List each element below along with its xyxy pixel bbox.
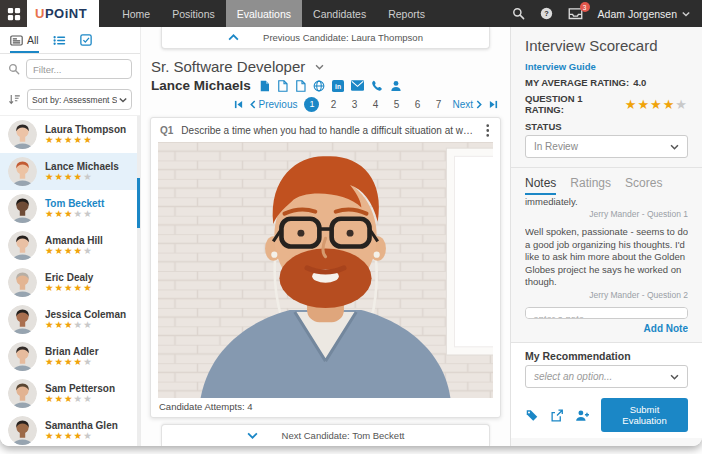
- interview-guide-link[interactable]: Interview Guide: [525, 61, 688, 72]
- recommendation-section: My Recommendation select an option... Su…: [511, 342, 702, 438]
- phone-icon[interactable]: [371, 80, 383, 92]
- star-filled-icon: ★: [650, 97, 663, 112]
- star-filled-icon: ★: [74, 171, 84, 182]
- candidate-rating: ★★★★★: [45, 135, 126, 145]
- chevron-down-icon: [119, 97, 127, 103]
- profile-icon[interactable]: [390, 80, 402, 92]
- previous-page-button[interactable]: Previous: [250, 99, 298, 110]
- brand-logo[interactable]: UPOiNT: [27, 0, 99, 27]
- tab-all-label: All: [27, 34, 39, 46]
- avatar: [8, 194, 37, 223]
- pagination-page[interactable]: 4: [368, 99, 382, 110]
- user-name: Adam Jorgensen: [598, 8, 677, 20]
- status-value: In Review: [534, 141, 670, 152]
- recommendation-select[interactable]: select an option...: [525, 365, 688, 388]
- candidate-row[interactable]: Laura Thompson ★★★★★: [0, 116, 140, 153]
- candidate-row[interactable]: Jessica Coleman ★★★★★: [0, 301, 140, 338]
- candidate-row[interactable]: Amanda Hill ★★★★★: [0, 227, 140, 264]
- scorecard-tab-scores[interactable]: Scores: [625, 176, 662, 195]
- note-item: This candidate is amazing, we should bri…: [525, 195, 688, 219]
- nav-item-home[interactable]: Home: [111, 0, 161, 27]
- star-empty-icon: ★: [74, 208, 84, 219]
- email-icon[interactable]: [351, 80, 364, 91]
- candidate-row[interactable]: Tom Beckett ★★★★★: [0, 190, 140, 227]
- previous-candidate-label: Previous Candidate: Laura Thompson: [263, 32, 423, 43]
- star-filled-icon: ★: [55, 282, 65, 293]
- candidate-rating: ★★★★★: [45, 320, 126, 330]
- pagination-page[interactable]: 6: [410, 99, 424, 110]
- submit-evaluation-button[interactable]: Submit Evaluation: [601, 398, 688, 432]
- star-filled-icon: ★: [55, 134, 65, 145]
- linkedin-icon[interactable]: in: [332, 80, 344, 92]
- candidate-row[interactable]: Samantha Glen ★★★★★: [0, 412, 140, 446]
- notification-badge: 3: [580, 2, 590, 12]
- app-grid-icon[interactable]: [0, 0, 27, 27]
- tag-icon[interactable]: [525, 409, 539, 422]
- inbox-icon[interactable]: 3: [568, 7, 583, 20]
- filter-input[interactable]: [26, 59, 132, 79]
- document-icon[interactable]: [277, 80, 288, 92]
- star-empty-icon: ★: [83, 208, 93, 219]
- first-page-button[interactable]: [234, 100, 243, 109]
- status-label: STATUS: [525, 121, 562, 132]
- star-filled-icon: ★: [64, 430, 74, 441]
- question-menu-icon[interactable]: [484, 124, 492, 137]
- website-icon[interactable]: [313, 80, 325, 92]
- star-filled-icon: ★: [55, 393, 65, 404]
- nav-item-positions[interactable]: Positions: [161, 0, 226, 27]
- chevron-up-icon: [228, 34, 239, 41]
- tab-selected-view[interactable]: [80, 27, 92, 53]
- star-filled-icon: ★: [64, 356, 74, 367]
- status-select[interactable]: In Review: [525, 135, 688, 158]
- sort-icon: [8, 93, 21, 106]
- star-filled-icon: ★: [64, 282, 74, 293]
- previous-candidate-bar[interactable]: Previous Candidate: Laura Thompson: [161, 27, 490, 49]
- contact-icons: in: [259, 80, 402, 92]
- star-filled-icon: ★: [55, 245, 65, 256]
- note-input[interactable]: [525, 307, 688, 319]
- pagination-page[interactable]: 7: [431, 99, 445, 110]
- star-filled-icon: ★: [45, 134, 55, 145]
- candidate-row[interactable]: Brian Adler ★★★★★: [0, 338, 140, 375]
- candidate-sidebar: All Sort by: Assessment Score: [0, 27, 140, 446]
- candidate-row[interactable]: Eric Dealy ★★★★★: [0, 264, 140, 301]
- scorecard-tab-ratings[interactable]: Ratings: [570, 176, 611, 195]
- candidate-row[interactable]: Lance Michaels ★★★★★: [0, 153, 140, 190]
- candidate-rating: ★★★★★: [45, 209, 104, 219]
- star-filled-icon: ★: [45, 393, 55, 404]
- chevron-down-icon[interactable]: [315, 64, 324, 70]
- next-page-button[interactable]: Next: [452, 99, 482, 110]
- candidate-video[interactable]: [158, 142, 493, 398]
- tab-list-view[interactable]: [53, 27, 66, 53]
- document-icon[interactable]: [295, 80, 306, 92]
- share-icon[interactable]: [550, 409, 564, 422]
- question-card: Q1 Describe a time when you had to handl…: [150, 117, 501, 418]
- next-candidate-label: Next Candidate: Tom Beckett: [282, 430, 405, 441]
- last-page-button[interactable]: [489, 100, 498, 109]
- next-candidate-bar[interactable]: Next Candidate: Tom Beckett: [161, 424, 490, 446]
- nav-item-evaluations[interactable]: Evaluations: [226, 0, 302, 27]
- question1-rating-stars[interactable]: ★★★★★: [625, 97, 688, 112]
- search-icon[interactable]: [512, 7, 525, 20]
- question-text: Describe a time when you had to handle a…: [181, 125, 475, 136]
- add-user-icon[interactable]: [575, 409, 590, 422]
- pagination-page[interactable]: 2: [326, 99, 340, 110]
- add-note-link[interactable]: Add Note: [525, 323, 688, 334]
- nav-item-reports[interactable]: Reports: [377, 0, 436, 27]
- sort-select-value: Sort by: Assessment Score: [32, 95, 117, 105]
- candidate-row[interactable]: Sam Petterson ★★★★★: [0, 375, 140, 412]
- nav-item-candidates[interactable]: Candidates: [302, 0, 377, 27]
- tab-all[interactable]: All: [10, 27, 39, 53]
- help-icon[interactable]: ?: [540, 7, 553, 20]
- star-filled-icon: ★: [55, 208, 65, 219]
- chevron-down-icon: [670, 374, 679, 380]
- user-menu[interactable]: Adam Jorgensen: [598, 8, 690, 20]
- pagination-page[interactable]: 5: [389, 99, 403, 110]
- average-rating-value: 4.0: [633, 77, 646, 88]
- pagination-page[interactable]: 3: [347, 99, 361, 110]
- scorecard-tab-notes[interactable]: Notes: [525, 176, 556, 195]
- resume-icon[interactable]: [259, 80, 270, 92]
- scrollbar-thumb[interactable]: [137, 178, 140, 228]
- pagination-page[interactable]: 1: [304, 97, 319, 112]
- sort-select[interactable]: Sort by: Assessment Score: [27, 89, 132, 110]
